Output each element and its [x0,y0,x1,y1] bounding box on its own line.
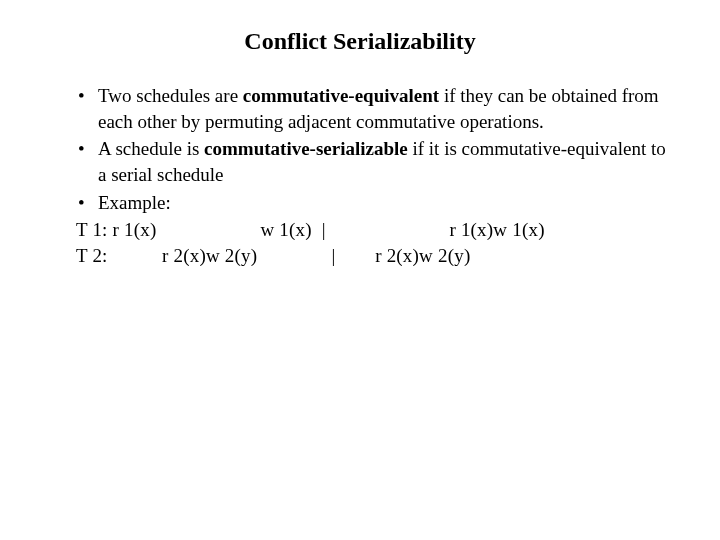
b2-pre: A schedule is [98,138,204,159]
b1-bold: commutative-equivalent [243,85,439,106]
bullet-text-1: Two schedules are commutative-equivalent… [98,83,672,134]
bullet-marker: • [76,83,98,134]
bullet-marker: • [76,190,98,216]
example-line-2: T 2: r 2(x)w 2(y) | r 2(x)w 2(y) [76,243,672,269]
bullet-item-3: • Example: [76,190,672,216]
bullet-item-2: • A schedule is commutative-serializable… [76,136,672,187]
bullet-item-1: • Two schedules are commutative-equivale… [76,83,672,134]
b1-pre: Two schedules are [98,85,243,106]
example-line-1: T 1: r 1(x) w 1(x) | r 1(x)w 1(x) [76,217,672,243]
bullet-text-2: A schedule is commutative-serializable i… [98,136,672,187]
slide-title: Conflict Serializability [48,28,672,55]
bullet-text-3: Example: [98,190,672,216]
b2-bold: commutative-serializable [204,138,408,159]
bullet-marker: • [76,136,98,187]
slide-body: • Two schedules are commutative-equivale… [48,83,672,268]
